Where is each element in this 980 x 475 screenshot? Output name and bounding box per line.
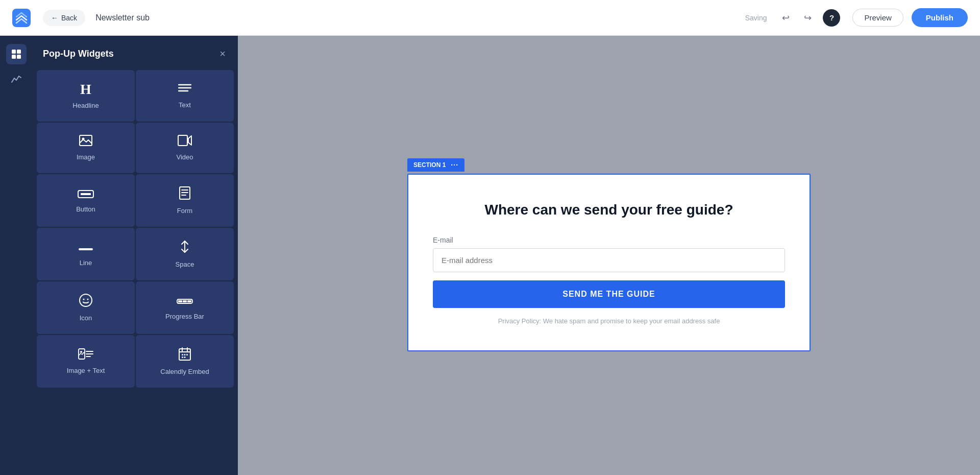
- svg-point-19: [80, 294, 92, 306]
- submit-button[interactable]: SEND ME THE GUIDE: [433, 280, 785, 308]
- button-icon: [78, 188, 94, 200]
- preview-button[interactable]: Preview: [852, 9, 903, 27]
- topbar: ← Back Newsletter sub Saving ↩ ↪ ? Previ…: [0, 0, 980, 36]
- svg-rect-1: [12, 50, 16, 54]
- widget-item-calendly[interactable]: Calendly Embed: [136, 335, 234, 388]
- svg-rect-3: [12, 55, 16, 59]
- svg-point-21: [87, 299, 89, 300]
- svg-rect-13: [180, 187, 190, 199]
- svg-point-20: [83, 299, 85, 300]
- publish-button[interactable]: Publish: [912, 8, 968, 27]
- svg-rect-0: [12, 9, 31, 27]
- line-label: Line: [80, 259, 92, 267]
- text-icon: [178, 83, 191, 96]
- back-arrow-icon: ←: [51, 14, 58, 22]
- main-layout: Pop-Up Widgets × H Headline Text: [0, 36, 980, 475]
- button-label: Button: [76, 205, 95, 213]
- section-label: SECTION 1: [413, 161, 446, 169]
- back-button[interactable]: ← Back: [43, 10, 85, 26]
- back-label: Back: [61, 14, 77, 22]
- widget-item-headline[interactable]: H Headline: [37, 70, 135, 122]
- popup-wrapper: SECTION 1 ··· Where can we send your fre…: [407, 159, 811, 351]
- line-icon: [78, 242, 93, 254]
- svg-rect-23: [178, 300, 182, 302]
- progress-bar-icon: [177, 295, 193, 307]
- widget-item-form[interactable]: Form: [136, 174, 234, 227]
- video-label: Video: [176, 153, 193, 161]
- svg-rect-12: [81, 193, 91, 195]
- popup-heading: Where can we send your free guide?: [433, 200, 785, 220]
- headline-label: Headline: [72, 102, 99, 109]
- widget-item-image[interactable]: Image: [37, 123, 135, 173]
- popup-section-bar: SECTION 1 ···: [407, 158, 464, 172]
- calendly-icon: [179, 347, 191, 363]
- section-options-icon[interactable]: ···: [451, 161, 458, 169]
- svg-rect-17: [79, 248, 93, 250]
- svg-rect-10: [178, 135, 187, 146]
- redo-button[interactable]: ↪: [801, 9, 815, 27]
- nav-widgets-icon[interactable]: [6, 44, 27, 64]
- calendly-label: Calendly Embed: [160, 368, 209, 375]
- undo-button[interactable]: ↩: [779, 9, 793, 27]
- widget-item-button[interactable]: Button: [37, 174, 135, 227]
- svg-point-38: [182, 357, 183, 358]
- svg-rect-25: [187, 300, 191, 302]
- widget-panel-header: Pop-Up Widgets ×: [33, 36, 238, 70]
- image-icon: [79, 135, 92, 148]
- form-label: Form: [177, 207, 192, 215]
- svg-point-27: [80, 351, 82, 353]
- widget-item-image-text[interactable]: Image + Text: [37, 335, 135, 388]
- widget-panel-title: Pop-Up Widgets: [43, 49, 114, 59]
- headline-icon: H: [80, 82, 91, 97]
- canvas-area: SECTION 1 ··· Where can we send your fre…: [238, 36, 980, 475]
- app-logo: [12, 9, 31, 27]
- svg-rect-24: [183, 300, 187, 302]
- svg-rect-4: [17, 55, 21, 59]
- icon-widget-icon: [79, 294, 92, 309]
- icon-label: Icon: [80, 314, 92, 322]
- image-text-icon: [78, 348, 93, 362]
- widget-item-line[interactable]: Line: [37, 228, 135, 280]
- popup-card: Where can we send your free guide? E-mai…: [407, 174, 811, 351]
- widget-item-space[interactable]: Space: [136, 228, 234, 280]
- widget-item-text[interactable]: Text: [136, 70, 234, 122]
- saving-status: Saving: [745, 14, 767, 22]
- image-text-label: Image + Text: [67, 367, 105, 374]
- widget-panel: Pop-Up Widgets × H Headline Text: [33, 36, 238, 475]
- space-icon: [179, 240, 190, 255]
- privacy-text: Privacy Policy: We hate spam and promise…: [433, 317, 785, 325]
- widget-item-progress-bar[interactable]: Progress Bar: [136, 281, 234, 334]
- svg-point-37: [186, 354, 188, 355]
- progress-bar-label: Progress Bar: [165, 313, 204, 320]
- page-title: Newsletter sub: [95, 13, 150, 22]
- form-icon: [179, 186, 190, 202]
- side-nav: [0, 36, 33, 475]
- nav-analytics-icon[interactable]: [6, 68, 27, 89]
- svg-point-36: [184, 354, 186, 355]
- widget-grid: H Headline Text: [33, 70, 238, 392]
- widget-panel-close-button[interactable]: ×: [217, 46, 228, 62]
- svg-point-35: [182, 354, 183, 355]
- video-icon: [178, 135, 192, 148]
- image-label: Image: [77, 153, 95, 161]
- widget-item-video[interactable]: Video: [136, 123, 234, 173]
- help-button[interactable]: ?: [823, 9, 840, 27]
- svg-rect-2: [17, 50, 21, 54]
- space-label: Space: [176, 260, 194, 268]
- svg-point-39: [184, 357, 186, 358]
- widget-item-icon[interactable]: Icon: [37, 281, 135, 334]
- email-input[interactable]: [433, 248, 785, 272]
- text-label: Text: [179, 101, 191, 109]
- email-field-label: E-mail: [433, 236, 785, 244]
